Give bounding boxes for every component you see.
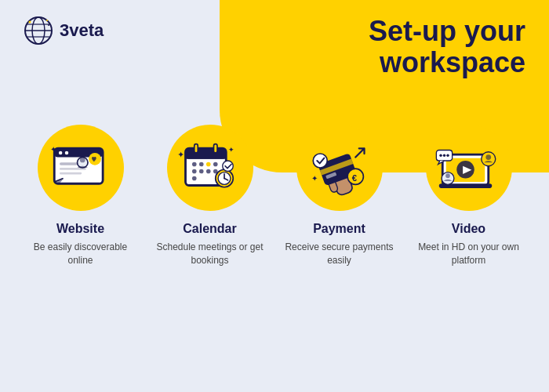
video-icon-circle xyxy=(426,125,512,211)
svg-text:✦: ✦ xyxy=(311,174,318,183)
payment-icon: € ✦ xyxy=(304,132,375,203)
page-wrapper: 3veta Set-up your workspace xyxy=(0,0,549,392)
features-section: ✦ Website Be easily discoverable online xyxy=(0,101,549,267)
video-title: Video xyxy=(452,222,485,236)
svg-rect-12 xyxy=(60,162,78,165)
logo-text: 3veta xyxy=(60,20,104,41)
svg-point-60 xyxy=(446,154,449,157)
svg-point-27 xyxy=(213,162,217,167)
svg-point-25 xyxy=(198,162,203,167)
svg-point-5 xyxy=(29,21,31,24)
svg-point-30 xyxy=(205,169,210,174)
feature-payment: € ✦ Payment Receive secure payments easi… xyxy=(281,125,398,267)
svg-point-62 xyxy=(445,174,450,179)
calendar-icon: ✦ ✦ xyxy=(175,132,245,203)
website-title: Website xyxy=(56,222,104,236)
payment-title: Payment xyxy=(313,222,365,236)
svg-text:✦: ✦ xyxy=(177,150,184,159)
svg-rect-21 xyxy=(185,154,226,159)
feature-website: ✦ Website Be easily discoverable online xyxy=(22,125,140,267)
svg-point-28 xyxy=(191,169,196,174)
svg-rect-14 xyxy=(60,172,82,175)
svg-text:€: € xyxy=(351,173,357,183)
svg-text:✦: ✦ xyxy=(49,145,56,154)
svg-point-29 xyxy=(198,169,203,174)
svg-point-6 xyxy=(46,20,48,21)
website-desc: Be easily discoverable online xyxy=(22,241,140,267)
svg-point-39 xyxy=(222,161,233,172)
svg-point-16 xyxy=(79,158,85,163)
calendar-title: Calendar xyxy=(183,222,236,236)
svg-point-26 xyxy=(205,162,210,167)
logo-area: 3veta xyxy=(24,16,104,45)
svg-point-48 xyxy=(313,154,327,168)
svg-point-56 xyxy=(485,154,491,160)
website-icon: ✦ xyxy=(45,132,116,203)
calendar-icon-circle: ✦ ✦ xyxy=(167,125,253,211)
website-icon-circle: ✦ xyxy=(38,125,124,211)
payment-desc: Receive secure payments easily xyxy=(281,241,398,267)
svg-rect-22 xyxy=(194,144,198,153)
logo-globe-icon xyxy=(24,16,53,45)
svg-point-59 xyxy=(442,154,445,157)
svg-point-7 xyxy=(48,24,49,26)
feature-calendar: ✦ ✦ Calendar Schedule meetings or get bo… xyxy=(151,125,269,267)
svg-point-10 xyxy=(58,151,62,155)
headline: Set-up your workspace xyxy=(369,16,525,78)
svg-rect-23 xyxy=(213,144,217,153)
feature-video: Video Meet in HD on your own platform xyxy=(410,125,528,267)
headline-line1: Set-up your workspace xyxy=(369,16,525,78)
video-desc: Meet in HD on your own platform xyxy=(410,241,528,267)
svg-text:✦: ✦ xyxy=(227,146,234,154)
video-icon xyxy=(434,132,504,203)
svg-point-11 xyxy=(64,151,68,155)
header: 3veta Set-up your workspace xyxy=(0,0,549,78)
svg-point-24 xyxy=(191,162,196,167)
svg-point-32 xyxy=(191,176,196,181)
payment-icon-circle: € ✦ xyxy=(296,125,383,211)
calendar-desc: Schedule meetings or get bookings xyxy=(151,241,269,267)
svg-point-58 xyxy=(439,154,442,157)
